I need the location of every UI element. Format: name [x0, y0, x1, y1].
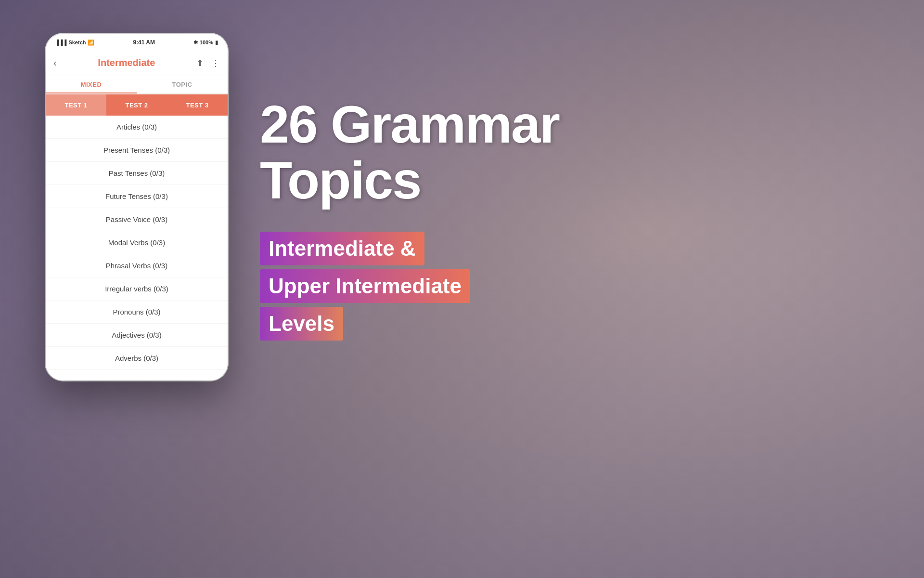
phone-container: ▐▐▐ Sketch 📶 9:41 AM ✱ 100% ▮ ‹ Intermed…: [46, 34, 228, 381]
test-btn-3[interactable]: TEST 3: [167, 94, 228, 116]
status-left: ▐▐▐ Sketch 📶: [55, 39, 94, 46]
tagline-2: Upper Intermediate: [260, 269, 470, 303]
wifi-icon: 📶: [88, 39, 94, 46]
list-item[interactable]: Articles (0/3): [46, 116, 228, 139]
battery-text: 100%: [200, 39, 213, 45]
status-right: ✱ 100% ▮: [193, 39, 218, 46]
list-item[interactable]: Modal Verbs (0/3): [46, 231, 228, 254]
main-headline: 26 Grammar Topics: [260, 96, 559, 208]
carrier-name: Sketch: [68, 39, 86, 45]
nav-bar: ‹ Intermediate ⬆ ⋮: [46, 51, 228, 75]
list-item[interactable]: Pronouns (0/3): [46, 301, 228, 324]
more-button[interactable]: ⋮: [211, 58, 220, 68]
test-btn-2[interactable]: TEST 2: [106, 94, 167, 116]
list-item[interactable]: Adjectives (0/3): [46, 324, 228, 347]
tagline-3: Levels: [260, 307, 343, 341]
back-button[interactable]: ‹: [53, 57, 57, 68]
nav-title: Intermediate: [98, 57, 155, 68]
list-item[interactable]: Future Tenses (0/3): [46, 185, 228, 208]
tab-mixed[interactable]: MIXED: [46, 75, 137, 93]
test-btn-1[interactable]: TEST 1: [46, 94, 106, 116]
status-time: 9:41 AM: [133, 39, 155, 46]
status-bar: ▐▐▐ Sketch 📶 9:41 AM ✱ 100% ▮: [46, 34, 228, 51]
headline-line1: 26 Grammar: [260, 94, 559, 154]
battery-icon: ▮: [215, 39, 218, 46]
bluetooth-icon: ✱: [193, 39, 198, 46]
list-item[interactable]: Past Tenses (0/3): [46, 162, 228, 185]
headline-line2: Topics: [260, 150, 421, 210]
list-item[interactable]: Irregular verbs (0/3): [46, 277, 228, 301]
signal-icon: ▐▐▐: [55, 39, 66, 45]
tab-topic[interactable]: TOPIC: [137, 75, 228, 93]
share-button[interactable]: ⬆: [196, 58, 204, 68]
right-content: 26 Grammar Topics Intermediate & Upper I…: [260, 96, 559, 341]
phone-frame: ▐▐▐ Sketch 📶 9:41 AM ✱ 100% ▮ ‹ Intermed…: [46, 34, 228, 381]
tagline-1: Intermediate &: [260, 232, 424, 265]
list-item[interactable]: Present Tenses (0/3): [46, 139, 228, 162]
list-item[interactable]: Phrasal Verbs (0/3): [46, 254, 228, 277]
list-item[interactable]: Adverbs (0/3): [46, 347, 228, 370]
tag-lines: Intermediate & Upper Intermediate Levels: [260, 232, 559, 341]
tab-bar: MIXED TOPIC: [46, 75, 228, 94]
topic-list: Articles (0/3)Present Tenses (0/3)Past T…: [46, 116, 228, 381]
list-item[interactable]: Passive Voice (0/3): [46, 208, 228, 231]
nav-actions: ⬆ ⋮: [196, 58, 220, 68]
test-selector: TEST 1 TEST 2 TEST 3: [46, 94, 228, 116]
